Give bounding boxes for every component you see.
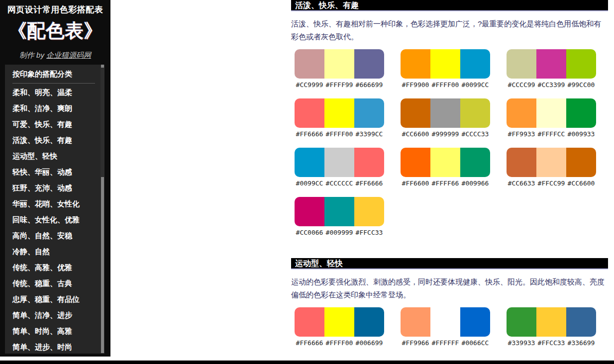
color-swatch [295,197,324,226]
color-swatch [536,49,566,79]
color-swatch [295,148,324,177]
sidebar-item[interactable]: 冷静、自然 [12,244,95,260]
color-hex-label: #0099CC [460,81,490,89]
palette-rows: #CC9999#FFFF99#666699#FF9900#FFFF00#0099… [291,49,608,236]
main-content: 活泼、快乐、有趣 活泼、快乐、有趣相对前一种印象，色彩选择更加广泛，?最重要的变… [291,0,608,357]
section-description: 运动的色彩要强化激烈、刺激的感受，同时还要体现健康、快乐、阳光。因此饱和度较高、… [291,275,608,301]
palette-row: #0099CC#CCCCCC#FF6666#FF6600#FFFF66#0099… [291,148,608,187]
palette-labels: #CC9999#FFFF99#666699 [295,81,384,89]
color-hex-label: #FFFFFF [430,339,460,347]
color-swatch [430,148,460,177]
palette-group: #CC6600#999999#CCCC33 [401,98,490,138]
palette-swatches [295,197,384,226]
byline-prefix: 制作 by [19,51,46,59]
palette-row: #CC0066#009999#FFCC33 [291,197,608,236]
sidebar-item[interactable]: 华丽、花哨、女性化 [12,196,95,212]
color-swatch [566,49,596,79]
palette-group: #FF9933#FFFFCC#009933 [507,98,596,138]
color-hex-label: #0099CC [295,180,324,187]
color-hex-label: #3399CC [354,130,384,138]
color-hex-label: #99CC00 [566,81,596,89]
sidebar-item[interactable]: 简单、时尚、高雅 [12,323,95,339]
color-swatch [460,148,490,177]
color-swatch [401,49,430,79]
byline-link[interactable]: 企业猫源码网 [46,51,91,59]
color-swatch [324,197,354,226]
color-swatch [401,148,430,177]
palette-swatches [507,307,596,337]
sidebar-byline: 制作 by 企业猫源码网 [0,51,110,60]
color-hex-label: #009999 [324,229,354,236]
sidebar-item[interactable]: 高尚、自然、安稳 [12,228,95,244]
palette-labels: #FF6666#FFFF00#006699 [295,339,384,347]
palette-labels: #FF9966#FFFFFF#0066CC [401,339,490,347]
color-hex-label: #666699 [354,81,384,89]
palette-group: #CC9999#FFFF99#666699 [295,49,384,89]
color-swatch [354,307,384,337]
color-hex-label: #FF9966 [401,339,430,347]
color-hex-label: #FFFF00 [324,130,354,138]
color-hex-label: #CCCC33 [460,130,490,138]
palette-swatches [507,148,596,177]
section-header: 运动型、轻快 [291,258,608,270]
sidebar-item[interactable]: 可爱、快乐、有趣 [12,116,95,132]
color-swatch [566,307,596,337]
color-swatch [354,49,384,79]
palette-swatches [295,98,384,128]
color-swatch [354,197,384,226]
palette-swatches [507,98,596,128]
sidebar-item[interactable]: 轻快、华丽、动感 [12,164,95,180]
sidebar-scrollbar-track[interactable] [101,65,104,354]
sidebar-item[interactable]: 忠厚、稳重、有品位 [12,291,95,307]
color-hex-label: #009966 [460,180,490,187]
palette-group: #0099CC#CCCCCC#FF6666 [295,148,384,187]
palette-labels: #CCCC99#CC3399#99CC00 [507,81,596,89]
sidebar-big-title: 《配色表》 [0,18,110,44]
color-swatch [324,148,354,177]
color-swatch [354,148,384,177]
palette-group: #CCCC99#CC3399#99CC00 [507,49,596,89]
palette-labels: #FF9933#FFFFCC#009933 [507,130,596,138]
sidebar-item[interactable]: 柔和、明亮、温柔 [12,85,95,100]
color-hex-label: #CC6633 [507,180,536,187]
sidebar-item[interactable]: 简单、洁净、进步 [12,307,95,323]
color-swatch [401,98,430,128]
color-hex-label: #FF6600 [401,180,430,187]
palette-group: #339933#FFCC33#336699 [507,307,596,347]
color-swatch [354,98,384,128]
menu-list: 柔和、明亮、温柔柔和、洁净、爽朗可爱、快乐、有趣活泼、快乐、有趣运动型、轻快轻快… [12,85,95,355]
sidebar-item[interactable]: 回味、女性化、优雅 [12,212,95,228]
sidebar-item[interactable]: 传统、高雅、优雅 [12,260,95,275]
color-swatch [507,98,536,128]
color-swatch [460,98,490,128]
menu-header: 按印象的搭配分类 [12,69,95,84]
color-swatch [430,98,460,128]
color-hex-label: #0066CC [460,339,490,347]
sidebar-item[interactable]: 传统、稳重、古典 [12,275,95,291]
color-hex-label: #FFFF66 [430,180,460,187]
sidebar-scrollbar-top-button[interactable] [101,65,104,68]
color-hex-label: #FF6666 [295,130,324,138]
color-hex-label: #CC0066 [295,229,324,236]
color-hex-label: #FF9933 [507,130,536,138]
color-hex-label: #FFFF00 [430,81,460,89]
color-swatch [507,148,536,177]
palette-group: #FF6600#FFFF66#009966 [401,148,490,187]
palette-row: #FF6666#FFFF00#3399CC#CC6600#999999#CCCC… [291,98,608,138]
section-description: 活泼、快乐、有趣相对前一种印象，色彩选择更加广泛，?最重要的变化是将纯白色用低饱… [291,17,608,43]
section-header: 活泼、快乐、有趣 [291,0,608,11]
color-swatch [460,307,490,337]
color-swatch [460,49,490,79]
color-hex-label: #FFCC33 [536,339,566,347]
sidebar-item[interactable]: 简单、进步、时尚 [12,339,95,355]
palette-row: #CC9999#FFFF99#666699#FF9900#FFFF00#0099… [291,49,608,89]
sidebar-item[interactable]: 活泼、快乐、有趣 [12,132,95,148]
color-hex-label: #336699 [566,339,596,347]
sidebar-item[interactable]: 狂野、充沛、动感 [12,180,95,196]
sidebar-item[interactable]: 柔和、洁净、爽朗 [12,100,95,116]
palette-group: #FF6666#FFFF00#006699 [295,307,384,347]
color-hex-label: #FFFFCC [536,130,566,138]
sidebar-item[interactable]: 运动型、轻快 [12,148,95,164]
sidebar: 网页设计常用色彩搭配表 《配色表》 制作 by 企业猫源码网 按印象的搭配分类 … [0,0,110,357]
sidebar-scrollbar-thumb[interactable] [101,177,104,353]
